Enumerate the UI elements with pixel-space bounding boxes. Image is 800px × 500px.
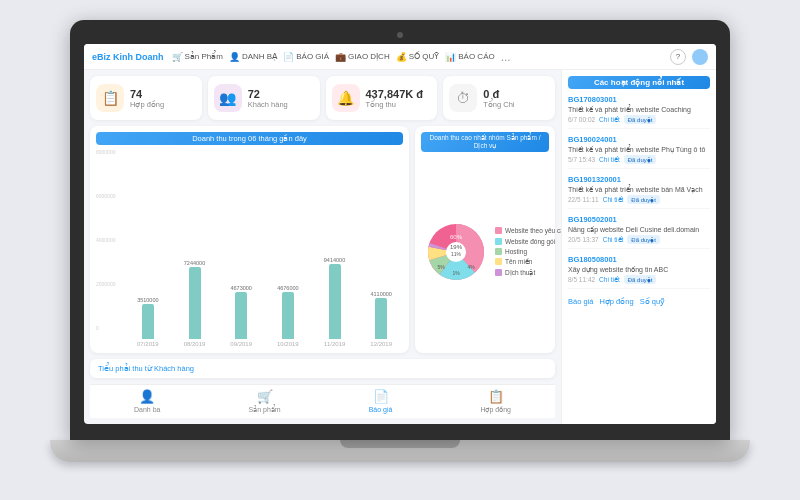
bar-group-2: 4673000 09/2019 (219, 257, 263, 347)
bar-4 (329, 264, 341, 339)
nav-label-baogia: BÁO GIÁ (296, 52, 329, 61)
bar-label-1: 08/2019 (184, 341, 206, 347)
bottom-nav-hopdong[interactable]: 📋 Hợp đồng (480, 389, 511, 414)
nav-item-giaodich[interactable]: 💼 GIAO DỊCH (335, 52, 390, 62)
legend-label-1: Website đóng gói (505, 238, 555, 245)
legend-dot-4 (495, 269, 502, 276)
stat-card-hopDong: 📋 74 Hợp đồng (90, 76, 202, 120)
nav-label-soQuy: SỐ QUỸ (409, 52, 440, 61)
legend-label-2: Hosting (505, 248, 527, 255)
bottom-nav-label-danhba: Danh ba (134, 406, 160, 413)
soQuy-icon: 💰 (396, 52, 407, 62)
activity-meta-3: 20/5 13:37 Chi tiết Đã duyệt (568, 235, 710, 244)
svg-text:5%: 5% (437, 264, 445, 270)
nav-item-danhba[interactable]: 👤 DANH BẠ (229, 52, 277, 62)
nav-item-baocao[interactable]: 📊 BÁO CÁO (445, 52, 494, 62)
y-label-0: 8000000 (96, 149, 124, 155)
bar-chart-title: Doanh thu trong 06 tháng gần đây (96, 132, 403, 145)
activity-item-2: BG1901320001 Thiết kế và phát triển webs… (568, 175, 710, 209)
activity-desc-4: Xây dựng website thống tin ABC (568, 265, 710, 274)
footer-link-hopdong[interactable]: Hợp đồng (599, 297, 633, 306)
legend-item-1: Website đóng gói (495, 238, 561, 245)
bottom-nav-danhba[interactable]: 👤 Danh ba (134, 389, 160, 414)
activity-item-0: BG170803001 Thiết kế và phát triển websi… (568, 95, 710, 129)
laptop-notch (340, 440, 460, 448)
nav-item-sanpham[interactable]: 🛒 Sản Phẩm (172, 52, 223, 62)
activity-date-1: 5/7 15:43 (568, 156, 595, 163)
nav-item-baogia[interactable]: 📄 BÁO GIÁ (283, 52, 329, 62)
bar-value-4: 9414000 (324, 257, 345, 263)
nav-brand[interactable]: eBiz Kinh Doanh (92, 52, 164, 62)
tongChi-label: Tổng Chi (483, 100, 514, 109)
bar-label-2: 09/2019 (230, 341, 252, 347)
pie-chart-title: Doanh thu cao nhất nhóm Sản phẩm / Dịch … (421, 132, 549, 152)
bottom-nav-label-hopdong: Hợp đồng (480, 406, 511, 414)
nav-right: ? (670, 49, 708, 65)
y-label-3: 2000000 (96, 281, 124, 287)
laptop-base (50, 440, 750, 462)
activity-link-3[interactable]: Chi tiết (603, 236, 624, 244)
svg-text:1%: 1% (452, 270, 460, 276)
activity-link-2[interactable]: Chi tiết (603, 196, 624, 204)
bar-label-3: 10/2019 (277, 341, 299, 347)
app-content: eBiz Kinh Doanh 🛒 Sản Phẩm 👤 DANH BẠ 📄 (84, 44, 716, 424)
legend-item-4: Dịch thuật (495, 269, 561, 277)
bar-label-0: 07/2019 (137, 341, 159, 347)
activity-link-0[interactable]: Chi tiết (599, 116, 620, 124)
footer-link-baogia[interactable]: Báo giá (568, 297, 593, 306)
activity-id-2: BG1901320001 (568, 175, 710, 184)
activity-desc-0: Thiết kế và phát triển website Coaching (568, 105, 710, 114)
nav-label-baocao: BÁO CÁO (458, 52, 494, 61)
footer-link-soQuy[interactable]: Số quỹ (640, 297, 665, 306)
bar-group-4: 9414000 11/2019 (313, 257, 357, 347)
y-label-1: 6000000 (96, 193, 124, 199)
legend-dot-1 (495, 238, 502, 245)
bar-chart-area: 8000000 6000000 4000000 2000000 0 35100 (96, 149, 403, 347)
sanpham-icon: 🛒 (172, 52, 183, 62)
bar-0 (142, 304, 154, 339)
activity-meta-0: 6/7 00:02 Chi tiết Đã duyệt (568, 115, 710, 124)
bottom-nav-label-baogia: Báo giá (369, 406, 393, 413)
user-avatar[interactable] (692, 49, 708, 65)
bottom-nav-baogia[interactable]: 📄 Báo giá (369, 389, 393, 414)
nav-more[interactable]: ... (501, 50, 511, 64)
right-panel: Các hoạt động nổi nhất BG170803001 Thiết… (561, 70, 716, 424)
legend-label-0: Website theo yêu cầu (505, 227, 561, 235)
activity-item-3: BG190502001 Nâng cấp website Deli Cusine… (568, 215, 710, 249)
tieu-phai-thu-button[interactable]: Tiểu phải thu từ Khách hàng (90, 359, 555, 378)
screen-bezel: eBiz Kinh Doanh 🛒 Sản Phẩm 👤 DANH BẠ 📄 (70, 20, 730, 440)
nav-label-danhba: DANH BẠ (242, 52, 277, 61)
bottom-nav-label-sanpham: Sản phẩm (248, 406, 280, 414)
bar-value-3: 4676000 (277, 285, 298, 291)
legend-label-3: Tên miền (505, 258, 532, 266)
bottom-nav-sanpham[interactable]: 🛒 Sản phẩm (248, 389, 280, 414)
legend-dot-0 (495, 227, 502, 234)
tongThu-value: 437,847K đ (366, 88, 423, 100)
charts-row: Doanh thu trong 06 tháng gần đây 8000000… (90, 126, 555, 353)
tongThu-icon: 🔔 (332, 84, 360, 112)
top-nav: eBiz Kinh Doanh 🛒 Sản Phẩm 👤 DANH BẠ 📄 (84, 44, 716, 70)
nav-item-soQuy[interactable]: 💰 SỐ QUỸ (396, 52, 440, 62)
baogia-icon: 📄 (283, 52, 294, 62)
activity-desc-1: Thiết kế và phát triển website Phụ Tùng … (568, 145, 710, 154)
activity-id-3: BG190502001 (568, 215, 710, 224)
nav-items: 🛒 Sản Phẩm 👤 DANH BẠ 📄 BÁO GIÁ 💼 (172, 50, 663, 64)
main-body: 📋 74 Hợp đồng 👥 72 Khách hàng (84, 70, 716, 424)
bar-group-0: 3510000 07/2019 (126, 257, 170, 347)
bottom-sanpham-icon: 🛒 (257, 389, 273, 404)
activity-link-4[interactable]: Chi tiết (599, 276, 620, 284)
tongThu-label: Tổng thu (366, 100, 423, 109)
activity-badge-0: Đã duyệt (624, 115, 657, 124)
khachHang-label: Khách hàng (248, 100, 288, 109)
pie-legend: Website theo yêu cầu Website đóng gói (495, 227, 561, 277)
activity-badge-4: Đã duyệt (624, 275, 657, 284)
right-panel-title: Các hoạt động nổi nhất (568, 76, 710, 89)
svg-text:19%: 19% (450, 244, 463, 250)
help-button[interactable]: ? (670, 49, 686, 65)
left-panel: 📋 74 Hợp đồng 👥 72 Khách hàng (84, 70, 561, 424)
activity-link-1[interactable]: Chi tiết (599, 156, 620, 164)
activity-item-1: BG190024001 Thiết kế và phát triển websi… (568, 135, 710, 169)
danhba-icon: 👤 (229, 52, 240, 62)
baocao-icon: 📊 (445, 52, 456, 62)
bottom-hopdong-icon: 📋 (488, 389, 504, 404)
